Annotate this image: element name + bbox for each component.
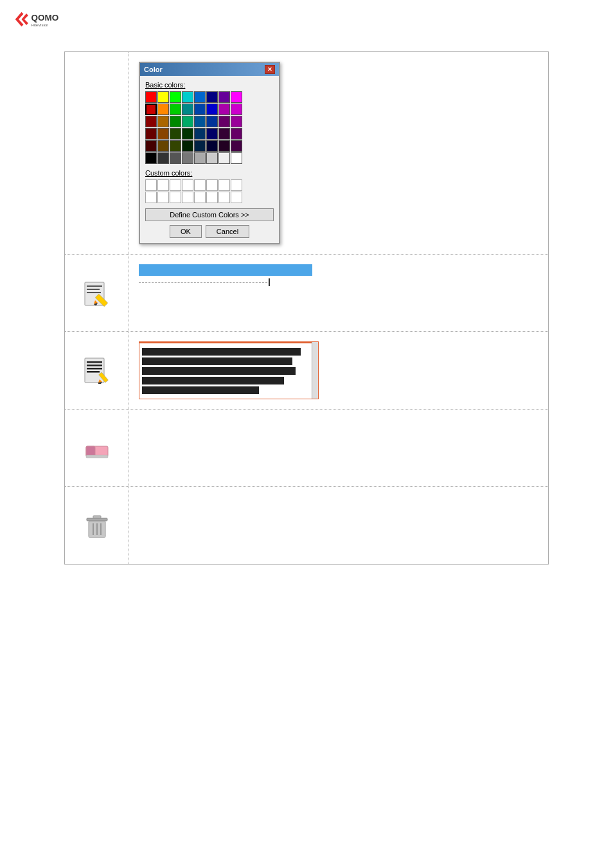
row-trash: [65, 487, 548, 564]
color-swatch[interactable]: [170, 140, 181, 152]
highlighted-text-line: [139, 264, 312, 276]
color-swatch[interactable]: [145, 116, 157, 127]
custom-swatch[interactable]: [231, 192, 242, 203]
content-cell-2: [129, 255, 548, 331]
color-swatch[interactable]: [170, 152, 181, 164]
color-swatch[interactable]: [145, 104, 157, 115]
color-swatch[interactable]: [231, 140, 242, 152]
scrollbar[interactable]: [312, 342, 318, 399]
color-swatch[interactable]: [206, 152, 218, 164]
color-swatch[interactable]: [157, 152, 169, 164]
color-swatch[interactable]: [194, 116, 206, 127]
color-swatch[interactable]: [182, 116, 193, 127]
custom-swatch[interactable]: [182, 192, 193, 203]
color-swatch[interactable]: [145, 152, 157, 164]
custom-colors-label: Custom colors:: [145, 169, 274, 177]
color-swatch[interactable]: [145, 128, 157, 140]
color-swatch[interactable]: [170, 91, 181, 103]
color-swatch[interactable]: [194, 128, 206, 140]
custom-swatch[interactable]: [206, 192, 218, 203]
color-swatch[interactable]: [182, 140, 193, 152]
color-swatch[interactable]: [157, 104, 169, 115]
custom-swatch[interactable]: [145, 192, 157, 203]
icon-cell-2: [65, 255, 129, 331]
color-swatch[interactable]: [157, 116, 169, 127]
color-swatch[interactable]: [194, 91, 206, 103]
cancel-button[interactable]: Cancel: [206, 225, 249, 238]
color-swatch[interactable]: [182, 104, 193, 115]
color-swatch[interactable]: [182, 91, 193, 103]
color-swatch[interactable]: [157, 128, 169, 140]
trash-icon: [81, 509, 113, 541]
custom-swatch[interactable]: [218, 192, 230, 203]
row-eraser: [65, 410, 548, 487]
custom-swatch[interactable]: [157, 179, 169, 191]
dialog-title: Color: [144, 66, 163, 73]
color-swatch[interactable]: [182, 152, 193, 164]
basic-color-grid: [145, 91, 274, 164]
custom-swatch[interactable]: [231, 179, 242, 191]
color-swatch[interactable]: [170, 128, 181, 140]
color-swatch[interactable]: [170, 116, 181, 127]
color-swatch[interactable]: [231, 152, 242, 164]
color-swatch[interactable]: [218, 91, 230, 103]
content-cell-4: [129, 410, 548, 486]
ok-button[interactable]: OK: [170, 225, 202, 238]
row-text-highlight: [65, 255, 548, 332]
color-swatch[interactable]: [231, 116, 242, 127]
color-swatch[interactable]: [218, 104, 230, 115]
custom-swatch[interactable]: [145, 179, 157, 191]
color-swatch[interactable]: [157, 91, 169, 103]
row-color-dialog: Color ✕ Basic colors:: [65, 52, 548, 255]
color-swatch[interactable]: [194, 152, 206, 164]
eraser-icon: [81, 432, 113, 464]
color-swatch[interactable]: [206, 104, 218, 115]
color-swatch[interactable]: [218, 152, 230, 164]
define-custom-colors-button[interactable]: Define Custom Colors >>: [145, 208, 274, 221]
svg-rect-20: [86, 446, 95, 457]
custom-swatch[interactable]: [206, 179, 218, 191]
color-swatch[interactable]: [206, 91, 218, 103]
svg-text:HiteVision: HiteVision: [31, 23, 49, 27]
dialog-close-button[interactable]: ✕: [265, 65, 275, 74]
color-swatch[interactable]: [145, 140, 157, 152]
svg-rect-5: [87, 285, 102, 287]
color-swatch[interactable]: [194, 104, 206, 115]
color-swatch[interactable]: [218, 140, 230, 152]
color-swatch[interactable]: [206, 116, 218, 127]
custom-swatch[interactable]: [218, 179, 230, 191]
color-swatch[interactable]: [218, 128, 230, 140]
svg-rect-6: [87, 289, 100, 290]
custom-swatch[interactable]: [182, 179, 193, 191]
color-swatch[interactable]: [231, 128, 242, 140]
custom-color-grid: [145, 179, 274, 203]
color-swatch[interactable]: [145, 91, 157, 103]
color-swatch[interactable]: [206, 128, 218, 140]
dialog-action-buttons: OK Cancel: [145, 225, 274, 238]
color-swatch[interactable]: [194, 140, 206, 152]
color-swatch[interactable]: [218, 116, 230, 127]
dialog-body: Basic colors:: [140, 76, 279, 243]
custom-swatch[interactable]: [170, 179, 181, 191]
logo-area: QOMO HiteVision: [0, 0, 613, 39]
content-cell-3: [129, 332, 548, 409]
custom-swatch[interactable]: [170, 192, 181, 203]
custom-swatch[interactable]: [194, 192, 206, 203]
custom-swatch[interactable]: [194, 179, 206, 191]
highlighted-text: [141, 266, 143, 274]
custom-swatch[interactable]: [157, 192, 169, 203]
svg-text:QOMO: QOMO: [31, 13, 59, 23]
edit-lines-icon: [81, 354, 113, 386]
color-swatch[interactable]: [206, 140, 218, 152]
svg-rect-24: [87, 518, 107, 521]
color-swatch[interactable]: [157, 140, 169, 152]
svg-rect-12: [87, 361, 102, 363]
svg-rect-25: [93, 516, 101, 518]
color-swatch[interactable]: [231, 104, 242, 115]
icon-cell-4: [65, 410, 129, 486]
color-swatch[interactable]: [231, 91, 242, 103]
basic-colors-label: Basic colors:: [145, 81, 274, 89]
color-swatch[interactable]: [170, 104, 181, 115]
dialog-titlebar: Color ✕: [140, 63, 279, 76]
color-swatch[interactable]: [182, 128, 193, 140]
